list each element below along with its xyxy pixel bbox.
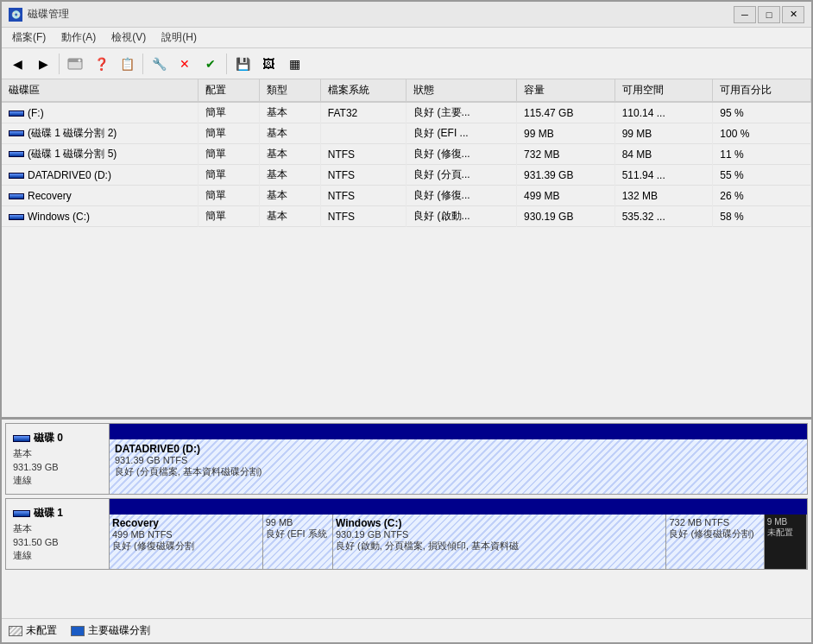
- table-cell: 良好 (EFI ...: [406, 123, 517, 144]
- col-header-status[interactable]: 狀態: [406, 79, 517, 102]
- menu-view[interactable]: 檢視(V): [104, 28, 153, 47]
- properties-button[interactable]: 📋: [115, 52, 139, 76]
- settings-button[interactable]: 🔧: [147, 52, 171, 76]
- table-cell: 良好 (修復...: [406, 186, 517, 206]
- help-button[interactable]: ❓: [89, 52, 113, 76]
- table-cell: 115.47 GB: [517, 102, 615, 123]
- back-button[interactable]: ◀: [5, 52, 29, 76]
- table-row[interactable]: DATADRIVE0 (D:)簡單基本NTFS良好 (分頁...931.39 G…: [2, 165, 811, 186]
- table-cell: DATADRIVE0 (D:): [2, 165, 198, 186]
- legend-primary-box: [71, 626, 85, 636]
- table-cell: 良好 (主要...: [406, 102, 517, 123]
- disk-row-icon: [9, 110, 24, 117]
- table-cell: 99 MB: [517, 123, 615, 144]
- apply-button[interactable]: ✔: [199, 52, 223, 76]
- disk-0-icon: [13, 435, 30, 442]
- upper-pane[interactable]: 磁碟區 配置 類型 檔案系統 狀態 容量 可用空間 可用百分比 (F:)簡單基本…: [2, 79, 811, 420]
- table-row[interactable]: (磁碟 1 磁碟分割 2)簡單基本良好 (EFI ...99 MB99 MB10…: [2, 123, 811, 144]
- table-cell: 99 MB: [614, 123, 713, 144]
- svg-point-2: [79, 59, 81, 61]
- legend-unallocated: 未配置: [9, 623, 57, 638]
- windows-size: 930.19 GB NTFS: [336, 529, 663, 540]
- disk-row-icon: [9, 130, 24, 136]
- table-cell: 簡單: [198, 123, 259, 144]
- minimize-button[interactable]: ─: [734, 6, 756, 23]
- recovery-status: 良好 (修復磁碟分割: [112, 540, 260, 552]
- legend-primary-label: 主要磁碟分割: [88, 623, 150, 638]
- col-header-free[interactable]: 可用空間: [614, 79, 713, 102]
- delete-button[interactable]: ✕: [173, 52, 197, 76]
- disk-0-partition-size: 931.39 GB NTFS: [115, 455, 802, 465]
- unallocated-size: 9 MB: [767, 517, 804, 527]
- disk-row-icon: [9, 151, 24, 157]
- table-cell: (F:): [2, 102, 198, 123]
- image-button[interactable]: 🖼: [256, 52, 280, 76]
- grid-button[interactable]: ▦: [282, 52, 306, 76]
- lower-scroll-area[interactable]: 磁碟 0 基本 931.39 GB 連線 DATADRIVE0 (D:) 931…: [2, 420, 811, 618]
- disk-1-efi-body: 99 MB 良好 (EFI 系統: [263, 515, 332, 569]
- disk-row-icon: [9, 214, 24, 220]
- menu-file[interactable]: 檔案(F): [5, 28, 53, 47]
- table-row[interactable]: Recovery簡單基本NTFS良好 (修復...499 MB132 MB26 …: [2, 186, 811, 206]
- table-cell: NTFS: [320, 165, 406, 186]
- recovery-size: 499 MB NTFS: [112, 529, 260, 540]
- menu-action[interactable]: 動作(A): [54, 28, 103, 47]
- save-button[interactable]: 💾: [230, 52, 255, 76]
- table-cell: NTFS: [320, 144, 406, 165]
- disk-1-partition-recovery[interactable]: Recovery 499 MB NTFS 良好 (修復磁碟分割: [110, 515, 263, 569]
- main-window: 💿 磁碟管理 ─ □ ✕ 檔案(F) 動作(A) 檢視(V) 說明(H) ◀ ▶…: [0, 0, 813, 644]
- disk-0-label: 磁碟 0 基本 931.39 GB 連線: [6, 424, 110, 494]
- legend-primary: 主要磁碟分割: [71, 623, 150, 638]
- disk-row-icon: [9, 193, 24, 199]
- col-header-capacity[interactable]: 容量: [517, 79, 615, 102]
- disk-1-title: 磁碟 1: [13, 506, 102, 521]
- menu-help[interactable]: 說明(H): [154, 28, 204, 47]
- table-cell: 良好 (分頁...: [406, 165, 517, 186]
- toolbar: ◀ ▶ ❓ 📋 🔧 ✕ ✔ 💾 🖼 ▦: [2, 48, 811, 79]
- col-header-type[interactable]: 類型: [259, 79, 320, 102]
- windows-name: Windows (C:): [336, 517, 663, 529]
- table-row[interactable]: (磁碟 1 磁碟分割 5)簡單基本NTFS良好 (修復...732 MB84 M…: [2, 144, 811, 165]
- table-cell: FAT32: [320, 102, 406, 123]
- disk-1-size: 931.50 GB: [13, 537, 102, 547]
- efi-status: 良好 (EFI 系統: [266, 527, 330, 540]
- table-row[interactable]: (F:)簡單基本FAT32良好 (主要...115.47 GB110.14 ..…: [2, 102, 811, 123]
- table-header-row: 磁碟區 配置 類型 檔案系統 狀態 容量 可用空間 可用百分比: [2, 79, 811, 102]
- disk-1-recovery2-body: 732 MB NTFS 良好 (修復磁碟分割): [666, 515, 763, 569]
- col-header-fs[interactable]: 檔案系統: [320, 79, 406, 102]
- disk-mgmt-button[interactable]: [63, 52, 87, 76]
- col-header-layout[interactable]: 配置: [198, 79, 259, 102]
- table-cell: [320, 123, 406, 144]
- table-cell: 511.94 ...: [614, 165, 713, 186]
- maximize-button[interactable]: □: [758, 6, 780, 23]
- table-cell: 11 %: [713, 144, 811, 165]
- disk-1-status: 連線: [13, 549, 102, 562]
- col-header-pct[interactable]: 可用百分比: [713, 79, 811, 102]
- table-cell: 基本: [259, 165, 320, 186]
- col-header-name[interactable]: 磁碟區: [2, 79, 198, 102]
- disk-table: 磁碟區 配置 類型 檔案系統 狀態 容量 可用空間 可用百分比 (F:)簡單基本…: [2, 79, 811, 227]
- disk-1-partition-windows[interactable]: Windows (C:) 930.19 GB NTFS 良好 (啟動, 分頁檔案…: [333, 515, 666, 569]
- table-cell: 110.14 ...: [614, 102, 713, 123]
- close-button[interactable]: ✕: [782, 6, 804, 23]
- toolbar-sep-1: [59, 54, 60, 74]
- disk-0-body[interactable]: DATADRIVE0 (D:) 931.39 GB NTFS 良好 (分頁檔案,…: [110, 439, 807, 494]
- app-icon: 💿: [9, 8, 22, 22]
- table-cell: 基本: [259, 144, 320, 165]
- disk-1-partition-efi[interactable]: 99 MB 良好 (EFI 系統: [263, 515, 333, 569]
- disk-0-title: 磁碟 0: [13, 431, 102, 445]
- table-cell: 簡單: [198, 102, 259, 123]
- title-bar-left: 💿 磁碟管理: [9, 7, 69, 22]
- disk-0-size: 931.39 GB: [13, 462, 102, 472]
- forward-button[interactable]: ▶: [31, 52, 55, 76]
- table-cell: 95 %: [713, 102, 811, 123]
- disk-1-header-bar: [110, 499, 807, 515]
- table-row[interactable]: Windows (C:)簡單基本NTFS良好 (啟動...930.19 GB53…: [2, 206, 811, 227]
- disk-1-partition-recovery2[interactable]: 732 MB NTFS 良好 (修復磁碟分割): [666, 515, 764, 569]
- main-content: 磁碟區 配置 類型 檔案系統 狀態 容量 可用空間 可用百分比 (F:)簡單基本…: [2, 79, 811, 642]
- table-cell: 499 MB: [517, 186, 615, 206]
- efi-size: 99 MB: [266, 517, 330, 527]
- disk-1-windows-body: Windows (C:) 930.19 GB NTFS 良好 (啟動, 分頁檔案…: [333, 515, 665, 569]
- disk-1-recovery-body: Recovery 499 MB NTFS 良好 (修復磁碟分割: [110, 515, 262, 569]
- recovery2-status: 良好 (修復磁碟分割): [669, 527, 760, 540]
